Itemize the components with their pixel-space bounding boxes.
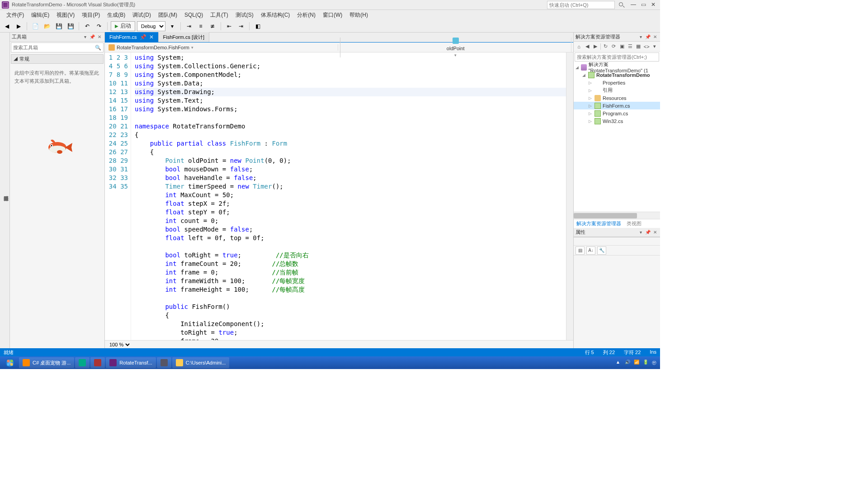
tray-icon[interactable]: ▲ — [616, 360, 622, 366]
menu-item[interactable]: 分析(N) — [293, 10, 319, 20]
nav-fwd-button[interactable]: ▶ — [14, 21, 24, 31]
status-line: 行 5 — [585, 349, 594, 356]
menu-item[interactable]: 视图(V) — [53, 10, 78, 20]
outdent-button[interactable]: ⇥ — [236, 21, 246, 31]
tray-icon[interactable]: 📶 — [634, 360, 640, 366]
menu-item[interactable]: 帮助(H) — [346, 10, 372, 20]
solution-search[interactable] — [575, 52, 659, 62]
taskbar-item[interactable] — [75, 357, 90, 368]
toolbox-pin-icon[interactable]: 📌 — [89, 34, 95, 40]
tree-item[interactable]: ▷Resources — [574, 94, 660, 102]
back-icon[interactable]: ◀ — [584, 43, 590, 50]
tray-icon[interactable]: 🔋 — [643, 360, 649, 366]
new-project-button[interactable]: 📄 — [30, 21, 40, 31]
vertical-scrollbar[interactable] — [566, 52, 573, 340]
close-icon[interactable]: ✕ — [652, 34, 658, 40]
bookmark-button[interactable]: ◧ — [253, 21, 263, 31]
taskbar-item[interactable] — [157, 357, 171, 368]
toolbox-title: 工具箱 — [12, 33, 27, 40]
home-icon[interactable]: ⌂ — [576, 43, 582, 50]
tree-item[interactable]: ▷Program.cs — [574, 109, 660, 117]
toolbox-search[interactable]: 搜索工具箱 🔍 — [11, 43, 104, 52]
menu-item[interactable]: 编辑(E) — [28, 10, 53, 20]
svg-rect-9 — [10, 363, 13, 366]
status-ins: Ins — [650, 349, 656, 356]
uncomment-button[interactable]: ≢ — [208, 21, 217, 31]
menu-item[interactable]: 窗口(W) — [319, 10, 346, 20]
search-icon[interactable] — [618, 2, 625, 8]
fwd-icon[interactable]: ▶ — [592, 43, 599, 50]
toolbox-general-section[interactable]: ◢ 常规 — [11, 54, 104, 64]
menu-item[interactable]: 项目(P) — [78, 10, 104, 20]
indent-button[interactable]: ⇤ — [224, 21, 234, 31]
config-dropdown[interactable]: Debug — [137, 21, 165, 31]
code-content[interactable]: using System; using System.Collections.G… — [131, 52, 566, 340]
taskbar-item[interactable]: RotateTransf... — [106, 357, 156, 368]
minimize-button[interactable]: — — [629, 2, 638, 8]
tree-item[interactable]: ▷引用 — [574, 86, 660, 94]
zoom-dropdown[interactable]: 100 % — [108, 341, 131, 348]
close-icon[interactable]: ✕ — [652, 229, 658, 236]
horizontal-scrollbar[interactable] — [574, 212, 660, 219]
taskbar-item[interactable]: C:\Users\Admini... — [172, 357, 230, 368]
toolbox-dropdown-icon[interactable]: ▾ — [82, 34, 88, 40]
tree-item[interactable]: ◢RotateTransformDemo — [574, 71, 660, 79]
pin-icon[interactable]: 📌 — [645, 229, 651, 236]
view-code-icon[interactable]: <> — [643, 43, 650, 50]
property-pages-icon[interactable]: 🔧 — [597, 246, 606, 255]
menu-item[interactable]: 体系结构(C) — [257, 10, 294, 20]
save-button[interactable]: 💾 — [54, 21, 64, 31]
toolbox-close-icon[interactable]: ✕ — [96, 34, 103, 40]
class-view-tab[interactable]: 类视图 — [624, 219, 644, 228]
collapse-icon[interactable]: ▣ — [618, 43, 625, 50]
tree-item[interactable]: ◢解决方案 "RotateTransformDemo" (1 — [574, 63, 660, 71]
server-explorer-rail[interactable]: 服务器资源管理器 — [0, 33, 10, 348]
system-tray[interactable]: ▲ 🔊 📶 🔋 ㊥ — [616, 360, 658, 366]
save-all-button[interactable]: 💾 — [66, 21, 75, 31]
status-ready: 就绪 — [4, 349, 14, 356]
start-debug-button[interactable]: 启动 — [111, 21, 135, 31]
dropdown-icon[interactable]: ▾ — [637, 229, 644, 236]
menu-item[interactable]: 工具(T) — [207, 10, 231, 20]
show-all-icon[interactable]: ▦ — [635, 43, 642, 50]
breadcrumb-class[interactable]: RotateTransformDemo.FishForm ▾ — [107, 44, 338, 51]
undo-button[interactable]: ↶ — [82, 21, 92, 31]
tree-item[interactable]: ▷Win32.cs — [574, 117, 660, 125]
alphabetical-icon[interactable]: A↓ — [586, 246, 595, 255]
step-button[interactable]: ⇥ — [184, 21, 194, 31]
comment-button[interactable]: ≡ — [196, 21, 206, 31]
taskbar-item[interactable]: C# 桌面宠物 游... — [19, 357, 74, 368]
editor-tab[interactable]: FishForm.cs [设计] — [159, 32, 210, 42]
start-button[interactable] — [2, 356, 18, 369]
menu-item[interactable]: 测试(S) — [232, 10, 257, 20]
dropdown-icon[interactable]: ▾ — [637, 34, 644, 40]
tree-item[interactable]: ▷FishForm.cs — [574, 102, 660, 109]
tree-item[interactable]: ▷Properties — [574, 79, 660, 86]
maximize-button[interactable]: ▭ — [639, 2, 648, 8]
properties-icon[interactable]: ☰ — [627, 43, 633, 50]
taskbar-item[interactable] — [90, 357, 105, 368]
menu-item[interactable]: SQL(Q) — [181, 11, 207, 19]
menu-item[interactable]: 团队(M) — [155, 10, 181, 20]
menu-item[interactable]: 文件(F) — [3, 10, 28, 20]
nav-back-button[interactable]: ◀ — [2, 21, 12, 31]
code-editor[interactable]: 1 2 3 4 5 6 7 8 9 10 11 12 13 14 15 16 1… — [105, 52, 573, 340]
solution-tree[interactable]: ◢解决方案 "RotateTransformDemo" (1◢RotateTra… — [574, 62, 660, 212]
close-button[interactable]: ✕ — [649, 2, 658, 8]
redo-button[interactable]: ↷ — [94, 21, 104, 31]
menu-item[interactable]: 调试(D) — [129, 10, 155, 20]
quick-launch-input[interactable] — [547, 1, 615, 9]
open-button[interactable]: 📂 — [42, 21, 52, 31]
editor-tab[interactable]: FishForm.cs📌✕ — [105, 32, 159, 42]
solution-explorer-tab[interactable]: 解决方案资源管理器 — [574, 219, 624, 228]
refresh-icon[interactable]: ⟳ — [610, 43, 617, 50]
main-toolbar: ◀ ▶ 📄 📂 💾 💾 ↶ ↷ 启动 Debug ▾ ⇥ ≡ ≢ ⇤ ⇥ ◧ — [0, 20, 660, 33]
tray-icon[interactable]: 🔊 — [625, 360, 631, 366]
pin-icon[interactable]: 📌 — [645, 34, 651, 40]
menu-item[interactable]: 生成(B) — [104, 10, 129, 20]
sync-icon[interactable]: ↻ — [602, 43, 609, 50]
categorized-icon[interactable]: ▤ — [576, 246, 585, 255]
more-icon[interactable]: ▾ — [651, 43, 658, 50]
tray-icon[interactable]: ㊥ — [652, 360, 658, 366]
toolbar-extra-1[interactable]: ▾ — [167, 21, 177, 31]
